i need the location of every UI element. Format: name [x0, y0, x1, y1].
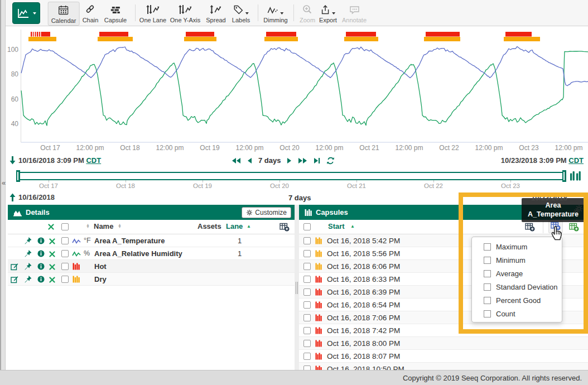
toolbar-button-chain[interactable]: Chain — [80, 2, 102, 25]
details-row[interactable]: °F Area A_Temperature 1 — [8, 234, 295, 247]
row-checkbox[interactable] — [303, 237, 311, 244]
range-end-text[interactable]: 10/23/2018 3:09 PM CDT — [501, 156, 584, 165]
toolbar-button-capsule[interactable]: Capsule — [102, 2, 129, 25]
checkbox[interactable] — [484, 270, 491, 277]
row-checkbox[interactable] — [303, 353, 311, 360]
item-name[interactable]: Dry — [94, 275, 107, 283]
pin-icon[interactable] — [25, 237, 32, 246]
remove-icon[interactable] — [49, 251, 55, 259]
row-checkbox[interactable] — [303, 301, 311, 309]
remove-icon[interactable] — [49, 238, 55, 246]
capsule-row[interactable]: Oct 16, 2018 10:50 PM — [299, 363, 588, 370]
select-all-checkbox[interactable] — [303, 223, 311, 230]
add-column-icon[interactable] — [525, 223, 535, 233]
capsule-row[interactable]: Oct 16, 2018 8:07 PM — [299, 350, 588, 363]
column-assets[interactable]: Assets — [197, 222, 221, 230]
edit-icon[interactable] — [11, 276, 18, 285]
range-duration[interactable]: 7 days — [258, 156, 281, 165]
item-name[interactable]: Area A_Relative Humidity — [94, 249, 182, 258]
info-icon[interactable] — [37, 237, 45, 246]
capsule-row[interactable]: Oct 16, 2018 7:42 PM — [299, 324, 588, 337]
menu-item-minimum[interactable]: Minimum — [472, 253, 562, 267]
row-checkbox[interactable] — [61, 250, 69, 257]
remove-icon[interactable] — [49, 263, 55, 272]
capsule-start: Oct 16, 2018 8:00 PM — [327, 339, 400, 348]
row-checkbox[interactable] — [303, 314, 311, 321]
row-checkbox[interactable] — [303, 327, 311, 334]
row-checkbox[interactable] — [61, 263, 69, 270]
info-icon[interactable] — [37, 263, 45, 272]
investigate-start-text[interactable]: 10/16/2018 — [18, 193, 55, 201]
menu-item-standard-deviation[interactable]: Standard Deviation — [472, 280, 562, 293]
step-forward-icon[interactable] — [287, 157, 292, 164]
step-to-end-icon[interactable] — [314, 157, 320, 164]
timezone-link[interactable]: CDT — [86, 156, 101, 165]
step-forward-fast-icon[interactable] — [298, 157, 307, 164]
range-start-text[interactable]: 10/16/2018 3:09 PM CDT — [18, 156, 101, 165]
add-column-icon[interactable] — [279, 223, 290, 233]
investigate-duration[interactable]: 7 days — [288, 194, 311, 202]
panel-splitter[interactable] — [295, 205, 299, 370]
details-row[interactable]: Hot — [8, 260, 295, 273]
column-start[interactable]: Start — [328, 222, 345, 230]
checkbox[interactable] — [484, 310, 491, 317]
checkbox[interactable] — [484, 297, 491, 304]
pin-icon[interactable] — [25, 276, 32, 285]
row-checkbox[interactable] — [303, 340, 311, 347]
add-capsule-column-icon[interactable] — [569, 223, 579, 233]
timeline-handle-right[interactable] — [562, 170, 566, 182]
pin-icon[interactable] — [25, 263, 32, 272]
toolbar-button-one-y-axis[interactable]: One Y-Axis — [167, 2, 203, 25]
menu-item-maximum[interactable]: Maximum — [472, 240, 562, 253]
row-checkbox[interactable] — [303, 250, 311, 257]
menu-item-percent-good[interactable]: Percent Good — [472, 293, 562, 307]
refresh-icon[interactable] — [326, 157, 335, 165]
collapse-chevron-icon[interactable]: « — [2, 179, 6, 187]
sort-icon[interactable]: ▲▼ — [118, 224, 122, 228]
remove-all-icon[interactable] — [48, 223, 54, 232]
toolbar-button-one-lane[interactable]: One Lane — [137, 2, 169, 25]
row-checkbox[interactable] — [303, 276, 311, 283]
toolbar-button-dimming[interactable]: Dimming — [261, 2, 290, 25]
timeline-handle-left[interactable] — [16, 170, 20, 182]
timezone-link[interactable]: CDT — [568, 156, 584, 165]
customize-button[interactable]: Customize — [242, 207, 291, 218]
checkbox[interactable] — [484, 257, 491, 264]
trend-chart[interactable]: 100806040Oct 1712:00 pmOct 1812:00 pmOct… — [0, 26, 588, 167]
menu-item-average[interactable]: Average — [472, 267, 562, 280]
row-checkbox[interactable] — [303, 365, 311, 370]
edit-icon[interactable] — [11, 263, 18, 272]
timeline-slider[interactable] — [18, 172, 566, 180]
step-back-fast-icon[interactable] — [232, 157, 241, 164]
details-row[interactable]: Dry — [8, 273, 295, 286]
investigate-end-text[interactable]: 10/23/2018 — [531, 194, 567, 202]
row-checkbox[interactable] — [303, 288, 311, 296]
row-checkbox[interactable] — [303, 263, 311, 270]
capsule-row[interactable]: Oct 16, 2018 8:00 PM — [299, 337, 588, 350]
capsule-time-toggle-icon[interactable] — [570, 171, 581, 183]
info-icon[interactable] — [37, 276, 45, 285]
toolbar-button-calendar[interactable]: Calendar — [48, 2, 80, 26]
sort-icon[interactable]: ▲▼ — [86, 224, 90, 228]
select-all-checkbox[interactable] — [61, 223, 69, 230]
checkbox[interactable] — [484, 283, 491, 291]
pin-icon[interactable] — [25, 250, 32, 259]
toolbar-button-export[interactable]: Export — [316, 2, 340, 25]
checkbox[interactable] — [484, 243, 491, 251]
toolbar-button-labels[interactable]: Labels — [229, 2, 253, 25]
worksheet-view-button[interactable] — [12, 2, 40, 24]
toolbar-label: Calendar — [51, 17, 76, 24]
column-lane[interactable]: Lane — [226, 222, 243, 230]
toolbar-label: Capsule — [104, 17, 127, 23]
menu-item-count[interactable]: Count — [472, 307, 562, 320]
row-checkbox[interactable] — [61, 276, 69, 283]
row-checkbox[interactable] — [61, 237, 69, 244]
step-back-icon[interactable] — [247, 157, 252, 164]
details-row[interactable]: % Area A_Relative Humidity 1 — [8, 247, 295, 260]
item-name[interactable]: Hot — [94, 262, 107, 271]
remove-icon[interactable] — [49, 276, 55, 285]
item-name[interactable]: Area A_Temperature — [94, 237, 165, 245]
info-icon[interactable] — [37, 250, 45, 259]
column-name[interactable]: Name — [94, 222, 113, 230]
toolbar-button-spread[interactable]: Spread — [203, 2, 228, 25]
